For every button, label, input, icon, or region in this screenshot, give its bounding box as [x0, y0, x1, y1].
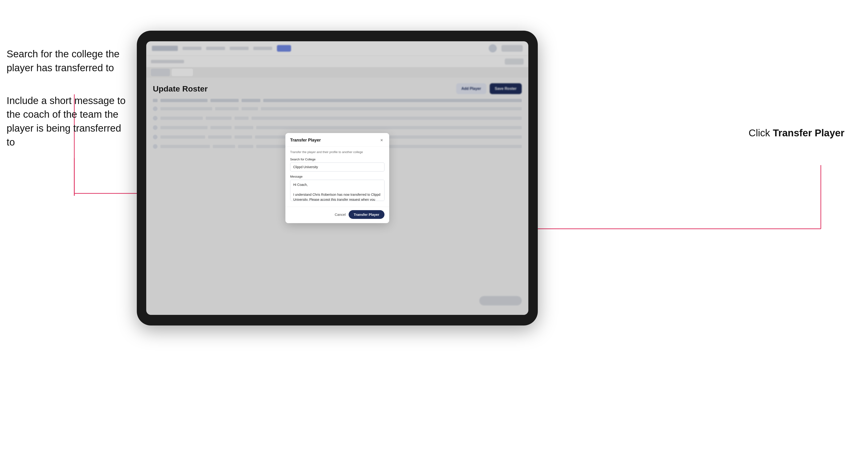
annotation-message-text: Include a short message to the coach of …: [7, 94, 129, 149]
modal-close-button[interactable]: ×: [379, 137, 384, 143]
transfer-player-button[interactable]: Transfer Player: [349, 210, 384, 219]
tablet-frame: Update Roster Add Player Save Roster: [137, 31, 538, 325]
annotation-search-text: Search for the college the player has tr…: [7, 47, 129, 75]
annotation-left: Search for the college the player has tr…: [7, 47, 129, 149]
modal-body: Transfer the player and their profile to…: [285, 147, 389, 207]
tablet-screen: Update Roster Add Player Save Roster: [146, 41, 528, 315]
annotation-right: Click Transfer Player: [749, 127, 844, 139]
modal-title: Transfer Player: [290, 138, 321, 143]
annotation-click-bold: Transfer Player: [773, 127, 844, 138]
search-college-input[interactable]: [290, 162, 384, 172]
modal-header: Transfer Player ×: [285, 133, 389, 147]
modal-overlay: Transfer Player × Transfer the player an…: [146, 41, 528, 315]
modal-subtitle: Transfer the player and their profile to…: [290, 150, 384, 154]
message-textarea[interactable]: [290, 180, 384, 201]
modal-footer: Cancel Transfer Player: [285, 207, 389, 223]
transfer-player-modal: Transfer Player × Transfer the player an…: [285, 133, 389, 223]
cancel-button[interactable]: Cancel: [335, 213, 346, 217]
annotation-click-text: Click: [749, 127, 773, 138]
search-college-label: Search for College: [290, 158, 384, 161]
message-label: Message: [290, 175, 384, 178]
